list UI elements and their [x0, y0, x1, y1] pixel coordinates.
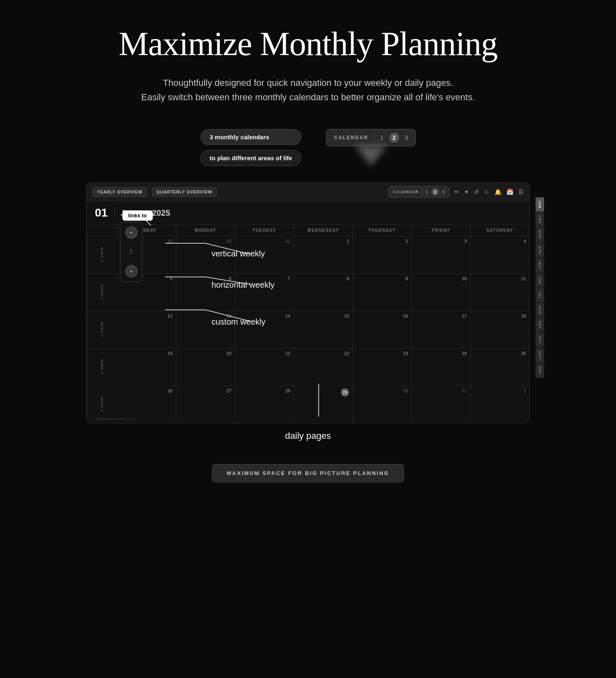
topbar-cal-label: CALENDAR — [393, 190, 419, 194]
calendar-selector[interactable]: CALENDAR 1 2 3 — [326, 129, 416, 146]
day-10-jan[interactable]: 10 — [411, 274, 470, 311]
month-tab-aug[interactable]: AUG — [536, 302, 544, 318]
page-wrapper: Maximize Monthly Planning Thoughtfully d… — [0, 0, 616, 515]
week5-label-text: WEEK 5 — [101, 397, 104, 412]
tcs-divider — [422, 189, 422, 195]
calendar-icon[interactable]: 📅 — [506, 189, 513, 196]
day-6-jan[interactable]: 6 — [176, 274, 235, 311]
subtitle-line1: Thoughtfully designed for quick navigati… — [163, 78, 453, 88]
header-divider — [114, 207, 115, 219]
cal-selector-label: CALENDAR — [334, 135, 368, 141]
month-tab-mar[interactable]: MAR — [536, 227, 544, 242]
custom-weekly-label: custom weekly — [211, 317, 265, 327]
day-8-jan[interactable]: 8 — [294, 274, 353, 311]
emoji-icon[interactable]: ☺ — [484, 189, 490, 195]
cal-divider — [374, 134, 375, 141]
day-2-jan[interactable]: 2 — [353, 236, 411, 273]
topbar-cal-2[interactable]: 2 — [432, 188, 439, 196]
day-13-jan[interactable]: 13 — [176, 311, 235, 348]
week-label-3: WEEK 3 — [87, 311, 117, 348]
bottom-badge: MAXIMUM SPACE FOR BIG PICTURE PLANNING — [212, 464, 404, 482]
month-tab-jun[interactable]: JUN — [536, 273, 544, 288]
yearly-overview-tab[interactable]: YEARLY OVERVIEW — [92, 187, 147, 197]
subtitle-line2: Easily switch between three monthly cale… — [141, 92, 475, 102]
day-21-jan[interactable]: 21 — [235, 348, 294, 385]
week-label-header — [87, 225, 117, 236]
cal-num-1[interactable]: 1 — [380, 134, 384, 141]
month-tabs: JAN FEB MAR APR MAY JUN JUL AUG SEP OCT … — [536, 197, 544, 378]
topbar-cal-1[interactable]: 1 — [425, 189, 428, 194]
week-label-2: WEEK 2 — [87, 274, 117, 311]
day-23-jan[interactable]: 23 — [353, 348, 411, 385]
day-20-jan[interactable]: 20 — [176, 348, 235, 385]
day-label-mon: MONDAY — [176, 225, 235, 236]
week1-label-text: WEEK 1 — [101, 247, 104, 263]
week-vertical-text: W2 — [130, 248, 133, 256]
cal-num-2-active[interactable]: 2 — [389, 133, 399, 143]
topbar-cal-selector[interactable]: CALENDAR 1 2 3 — [388, 186, 449, 198]
month-tab-oct[interactable]: OCT — [536, 332, 544, 347]
day-1-next[interactable]: 1 — [471, 386, 529, 423]
day-27-jan[interactable]: 27 — [176, 386, 235, 423]
sparkle-icon[interactable]: ✦ — [464, 189, 469, 196]
day-15-jan[interactable]: 15 — [294, 311, 353, 348]
day-label-fri: FRIDAY — [411, 225, 470, 236]
month-tab-sep[interactable]: SEP — [536, 318, 544, 332]
calendar-container: YEARLY OVERVIEW QUARTERLY OVERVIEW CALEN… — [86, 182, 530, 423]
main-title: Maximize Monthly Planning — [119, 25, 497, 63]
callout-left: 3 monthly calendars to plan different ar… — [200, 129, 302, 166]
vertical-weekly-label: vertical weekly — [211, 249, 265, 258]
week-circle-1[interactable]: ● — [125, 226, 138, 239]
month-tab-nov[interactable]: NOV — [536, 348, 544, 362]
day-label-sat: SATURDAY — [471, 225, 529, 236]
day-12-jan[interactable]: 12 — [117, 311, 176, 348]
day-14-jan[interactable]: 14 — [235, 311, 294, 348]
day-17-jan[interactable]: 17 — [411, 311, 470, 348]
month-tab-may[interactable]: MAY — [536, 258, 544, 273]
day-label-wed: WEDNESDAY — [294, 225, 353, 236]
day-29-jan-today[interactable]: 29 — [294, 386, 353, 423]
bell-icon[interactable]: 🔔 — [494, 189, 501, 196]
daily-pages-label: daily pages — [285, 431, 331, 441]
day-31-next[interactable]: 31 — [411, 386, 470, 423]
day-28-jan[interactable]: 28 — [235, 386, 294, 423]
week-row-2: WEEK 2 5 6 7 8 9 10 11 — [87, 274, 529, 311]
week-circle-2[interactable]: ● — [125, 265, 138, 277]
arrow-down-indicator — [354, 145, 387, 166]
month-tab-jul[interactable]: JUL — [536, 288, 544, 302]
day-22-jan[interactable]: 22 — [294, 348, 353, 385]
day-30-next[interactable]: 30 — [353, 386, 411, 423]
day-11-jan[interactable]: 11 — [471, 274, 529, 311]
day-19-jan[interactable]: 19 — [117, 348, 176, 385]
day-24-jan[interactable]: 24 — [411, 348, 470, 385]
day-label-thu: THURSDAY — [353, 225, 411, 236]
links-to-badge: links to — [122, 210, 153, 221]
day-4-jan[interactable]: 4 — [471, 236, 529, 273]
day-3-jan[interactable]: 3 — [411, 236, 470, 273]
callouts-row: 3 monthly calendars to plan different ar… — [123, 129, 493, 166]
badge-plan-areas: to plan different areas of life — [200, 150, 302, 166]
month-tab-apr[interactable]: APR — [536, 243, 544, 258]
day-1-jan[interactable]: 1 — [294, 236, 353, 273]
quarterly-overview-tab[interactable]: QUARTERLY OVERVIEW — [152, 187, 217, 197]
day-16-jan[interactable]: 16 — [353, 311, 411, 348]
month-tab-dec[interactable]: DEC — [536, 363, 544, 378]
loop-icon[interactable]: ↺ — [474, 189, 479, 196]
week3-label-text: WEEK 3 — [101, 322, 104, 337]
day-25-jan[interactable]: 25 — [471, 348, 529, 385]
week-label-4: WEEK 4 — [87, 348, 117, 385]
week-label-1: WEEK 1 — [87, 236, 117, 273]
week-row-1: WEEK 1 29 30 31 1 2 3 4 — [87, 236, 529, 274]
day-18-jan[interactable]: 18 — [471, 311, 529, 348]
week4-label-text: WEEK 4 — [101, 360, 104, 375]
month-tab-feb[interactable]: FEB — [536, 212, 544, 226]
pencil-icon[interactable]: ✏ — [454, 189, 459, 196]
day-label-tue: TUESDAY — [235, 225, 294, 236]
cal-num-3[interactable]: 3 — [405, 134, 408, 141]
month-tab-jan[interactable]: JAN — [536, 197, 544, 212]
menu-icon[interactable]: ☰ — [518, 189, 524, 196]
topbar-cal-3[interactable]: 3 — [442, 189, 445, 194]
day-9-jan[interactable]: 9 — [353, 274, 411, 311]
week-sidebar-overlay: ● W2 ● — [120, 222, 143, 282]
day-7-jan[interactable]: 7 — [235, 274, 294, 311]
